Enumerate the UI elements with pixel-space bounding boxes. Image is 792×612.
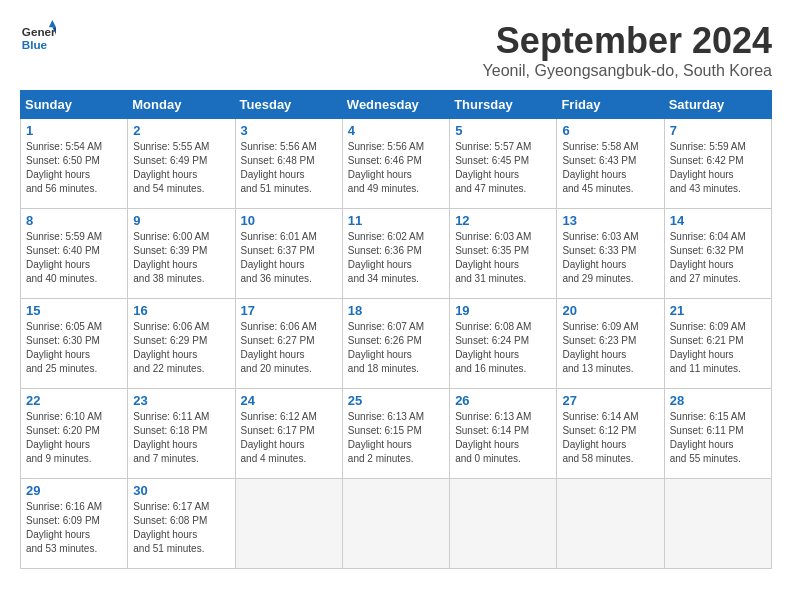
table-row: 2Sunrise: 5:55 AMSunset: 6:49 PMDaylight… <box>128 119 235 209</box>
calendar-table: Sunday Monday Tuesday Wednesday Thursday… <box>20 90 772 569</box>
week-row-1: 1Sunrise: 5:54 AMSunset: 6:50 PMDaylight… <box>21 119 772 209</box>
title-section: September 2024 Yeonil, Gyeongsangbuk-do,… <box>483 20 772 80</box>
table-row: 3Sunrise: 5:56 AMSunset: 6:48 PMDaylight… <box>235 119 342 209</box>
header-friday: Friday <box>557 91 664 119</box>
table-row: 4Sunrise: 5:56 AMSunset: 6:46 PMDaylight… <box>342 119 449 209</box>
table-row <box>450 479 557 569</box>
week-row-4: 22Sunrise: 6:10 AMSunset: 6:20 PMDayligh… <box>21 389 772 479</box>
table-row: 16Sunrise: 6:06 AMSunset: 6:29 PMDayligh… <box>128 299 235 389</box>
table-row: 29Sunrise: 6:16 AMSunset: 6:09 PMDayligh… <box>21 479 128 569</box>
week-row-2: 8Sunrise: 5:59 AMSunset: 6:40 PMDaylight… <box>21 209 772 299</box>
table-row: 7Sunrise: 5:59 AMSunset: 6:42 PMDaylight… <box>664 119 771 209</box>
table-row <box>557 479 664 569</box>
month-title: September 2024 <box>483 20 772 62</box>
table-row: 11Sunrise: 6:02 AMSunset: 6:36 PMDayligh… <box>342 209 449 299</box>
header-sunday: Sunday <box>21 91 128 119</box>
table-row <box>235 479 342 569</box>
table-row <box>342 479 449 569</box>
header-thursday: Thursday <box>450 91 557 119</box>
table-row: 27Sunrise: 6:14 AMSunset: 6:12 PMDayligh… <box>557 389 664 479</box>
table-row: 10Sunrise: 6:01 AMSunset: 6:37 PMDayligh… <box>235 209 342 299</box>
table-row: 5Sunrise: 5:57 AMSunset: 6:45 PMDaylight… <box>450 119 557 209</box>
table-row: 12Sunrise: 6:03 AMSunset: 6:35 PMDayligh… <box>450 209 557 299</box>
header-tuesday: Tuesday <box>235 91 342 119</box>
table-row: 20Sunrise: 6:09 AMSunset: 6:23 PMDayligh… <box>557 299 664 389</box>
table-row: 21Sunrise: 6:09 AMSunset: 6:21 PMDayligh… <box>664 299 771 389</box>
table-row: 1Sunrise: 5:54 AMSunset: 6:50 PMDaylight… <box>21 119 128 209</box>
table-row: 15Sunrise: 6:05 AMSunset: 6:30 PMDayligh… <box>21 299 128 389</box>
svg-marker-2 <box>49 20 56 27</box>
table-row: 18Sunrise: 6:07 AMSunset: 6:26 PMDayligh… <box>342 299 449 389</box>
week-row-5: 29Sunrise: 6:16 AMSunset: 6:09 PMDayligh… <box>21 479 772 569</box>
table-row: 17Sunrise: 6:06 AMSunset: 6:27 PMDayligh… <box>235 299 342 389</box>
table-row: 14Sunrise: 6:04 AMSunset: 6:32 PMDayligh… <box>664 209 771 299</box>
table-row: 19Sunrise: 6:08 AMSunset: 6:24 PMDayligh… <box>450 299 557 389</box>
table-row: 23Sunrise: 6:11 AMSunset: 6:18 PMDayligh… <box>128 389 235 479</box>
header-saturday: Saturday <box>664 91 771 119</box>
table-row: 26Sunrise: 6:13 AMSunset: 6:14 PMDayligh… <box>450 389 557 479</box>
table-row: 13Sunrise: 6:03 AMSunset: 6:33 PMDayligh… <box>557 209 664 299</box>
header-monday: Monday <box>128 91 235 119</box>
table-row: 22Sunrise: 6:10 AMSunset: 6:20 PMDayligh… <box>21 389 128 479</box>
header-wednesday: Wednesday <box>342 91 449 119</box>
calendar-body: 1Sunrise: 5:54 AMSunset: 6:50 PMDaylight… <box>21 119 772 569</box>
logo: General Blue <box>20 20 56 56</box>
page-header: General Blue September 2024 Yeonil, Gyeo… <box>20 20 772 80</box>
svg-text:Blue: Blue <box>22 38 48 51</box>
table-row: 30Sunrise: 6:17 AMSunset: 6:08 PMDayligh… <box>128 479 235 569</box>
table-row: 28Sunrise: 6:15 AMSunset: 6:11 PMDayligh… <box>664 389 771 479</box>
table-row: 25Sunrise: 6:13 AMSunset: 6:15 PMDayligh… <box>342 389 449 479</box>
table-row: 9Sunrise: 6:00 AMSunset: 6:39 PMDaylight… <box>128 209 235 299</box>
table-row: 8Sunrise: 5:59 AMSunset: 6:40 PMDaylight… <box>21 209 128 299</box>
table-row <box>664 479 771 569</box>
table-row: 6Sunrise: 5:58 AMSunset: 6:43 PMDaylight… <box>557 119 664 209</box>
week-row-3: 15Sunrise: 6:05 AMSunset: 6:30 PMDayligh… <box>21 299 772 389</box>
table-row: 24Sunrise: 6:12 AMSunset: 6:17 PMDayligh… <box>235 389 342 479</box>
calendar-header-row: Sunday Monday Tuesday Wednesday Thursday… <box>21 91 772 119</box>
logo-icon: General Blue <box>20 20 56 56</box>
location-subtitle: Yeonil, Gyeongsangbuk-do, South Korea <box>483 62 772 80</box>
